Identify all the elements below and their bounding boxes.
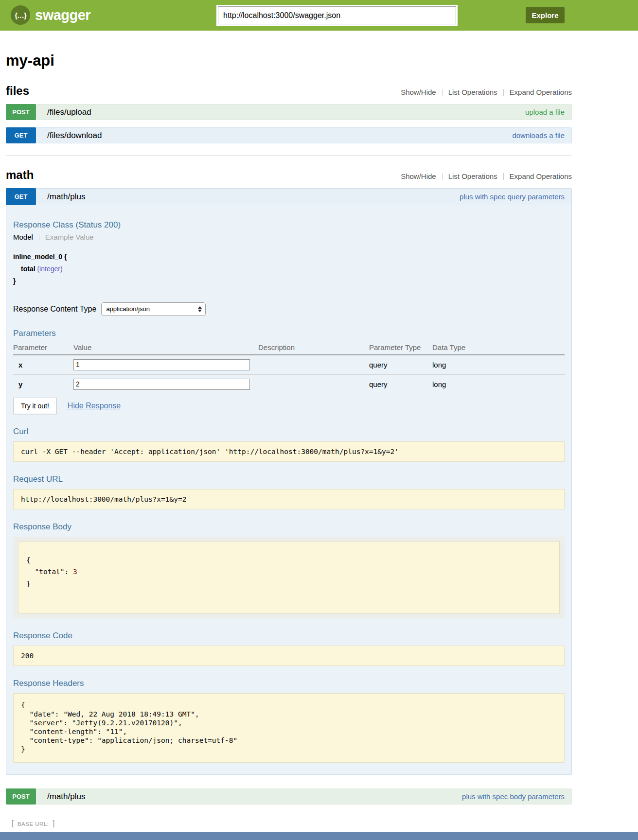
response-body-heading: Response Body	[13, 522, 565, 532]
operation-path[interactable]: /files/upload	[47, 105, 91, 120]
parameter-data-type: long	[432, 357, 565, 373]
select-arrows-icon	[198, 306, 202, 312]
col-description: Description	[258, 340, 369, 354]
parameters-heading: Parameters	[13, 329, 565, 338]
operation-path[interactable]: /math/plus	[47, 189, 85, 205]
col-parameter: Parameter	[13, 340, 73, 354]
model-close-line: }	[13, 275, 565, 287]
parameter-row-y: y query long	[13, 375, 565, 394]
operation-row-post-files-upload[interactable]: POST /files/upload upload a file	[6, 104, 572, 120]
parameter-description	[258, 361, 369, 368]
operation-path[interactable]: /files/download	[47, 128, 102, 143]
request-url-block: http://localhost:3000/math/plus?x=1&y=2	[13, 489, 565, 509]
math-section-title[interactable]: math	[6, 168, 34, 182]
response-body-block: { "total": 3 }	[18, 542, 560, 614]
model-signature: inline_model_0 { total (integer) }	[13, 251, 565, 288]
parameter-name: x	[13, 357, 73, 373]
parameter-name: y	[13, 376, 73, 392]
model-tabs: Model Example Value	[13, 233, 565, 241]
hide-response-link[interactable]: Hide Response	[68, 402, 121, 410]
close-bracket: ]	[53, 819, 54, 827]
tab-model[interactable]: Model	[13, 233, 33, 241]
response-body-prefix: { "total":	[26, 556, 73, 576]
col-value: Value	[73, 340, 258, 354]
curl-heading: Curl	[13, 427, 565, 437]
parameter-data-type: long	[432, 376, 565, 392]
parameters-table-header: Parameter Value Description Parameter Ty…	[13, 340, 565, 355]
parameters-table: Parameter Value Description Parameter Ty…	[13, 340, 565, 394]
post-method-badge: POST	[6, 788, 36, 805]
list-operations-link[interactable]: List Operations	[448, 88, 497, 96]
actions-row: Try it out! Hide Response	[13, 398, 565, 414]
try-it-out-button[interactable]: Try it out!	[13, 398, 57, 414]
swagger-logo-icon: {…}	[11, 5, 30, 25]
base-url-footer: [ BASE URL: ]	[12, 819, 572, 828]
brand-title: swagger	[35, 7, 90, 23]
math-section-controls: Show/Hide List Operations Expand Operati…	[401, 172, 572, 180]
operation-row-get-files-download[interactable]: GET /files/download downloads a file	[6, 127, 572, 143]
explore-button[interactable]: Explore	[526, 7, 565, 23]
response-content-type-select[interactable]: application/json	[101, 302, 206, 316]
swagger-brand[interactable]: {…} swagger	[11, 5, 90, 25]
response-content-type-label: Response Content Type	[13, 305, 96, 314]
response-body-value: 3	[73, 568, 77, 576]
model-open-line: inline_model_0 {	[13, 251, 565, 263]
response-code-block: 200	[13, 646, 565, 666]
separator	[503, 173, 504, 180]
base-url-label: BASE URL:	[18, 821, 49, 827]
response-headers-heading: Response Headers	[13, 679, 565, 688]
response-class-heading: Response Class (Status 200)	[13, 220, 565, 230]
expand-operations-link[interactable]: Expand Operations	[510, 172, 572, 180]
files-section-header: files Show/Hide List Operations Expand O…	[6, 84, 572, 98]
response-headers-block: { "date": "Wed, 22 Aug 2018 18:49:13 GMT…	[13, 693, 565, 763]
post-method-badge: POST	[6, 104, 36, 120]
operation-summary-link[interactable]: plus with spec query parameters	[460, 189, 565, 205]
operation-row-get-math-plus[interactable]: GET /math/plus plus with spec query para…	[6, 189, 571, 205]
app-header: {…} swagger Explore	[0, 0, 638, 31]
selected-content-type: application/json	[106, 305, 150, 313]
separator	[39, 234, 39, 241]
show-hide-link[interactable]: Show/Hide	[401, 172, 436, 180]
col-data-type: Data Type	[432, 340, 565, 354]
parameter-x-input[interactable]	[73, 359, 250, 370]
math-section-header: math Show/Hide List Operations Expand Op…	[6, 168, 572, 182]
operation-summary-link[interactable]: plus with spec body parameters	[462, 789, 565, 804]
operation-path[interactable]: /math/plus	[47, 789, 85, 804]
expand-operations-link[interactable]: Expand Operations	[510, 88, 572, 96]
parameter-row-x: x query long	[13, 355, 565, 375]
tab-example-value[interactable]: Example Value	[45, 233, 94, 241]
curl-command-block: curl -X GET --header 'Accept: applicatio…	[13, 441, 565, 462]
response-body-container: { "total": 3 }	[13, 537, 565, 619]
separator	[442, 89, 443, 96]
main-content: my-api files Show/Hide List Operations E…	[6, 31, 572, 828]
operation-summary-link[interactable]: upload a file	[525, 105, 565, 120]
section-divider	[6, 155, 572, 156]
open-bracket: [	[12, 819, 14, 827]
files-section-controls: Show/Hide List Operations Expand Operati…	[401, 88, 572, 96]
separator	[503, 89, 504, 96]
model-property-name: total	[21, 265, 35, 273]
operation-expanded-get-math-plus: GET /math/plus plus with spec query para…	[6, 188, 572, 775]
spec-url-input[interactable]	[218, 6, 456, 24]
get-method-badge: GET	[6, 188, 36, 205]
parameter-type: query	[369, 357, 432, 373]
operation-row-post-math-plus[interactable]: POST /math/plus plus with spec body para…	[6, 788, 572, 805]
operation-detail-panel: Response Class (Status 200) Model Exampl…	[6, 205, 571, 774]
files-section-title[interactable]: files	[6, 84, 29, 98]
show-hide-link[interactable]: Show/Hide	[401, 88, 436, 96]
response-body-suffix: }	[26, 580, 31, 588]
get-method-badge: GET	[6, 127, 36, 143]
list-operations-link[interactable]: List Operations	[448, 172, 497, 180]
parameter-type: query	[369, 376, 432, 392]
model-property-type: (integer)	[37, 265, 62, 273]
operation-summary-link[interactable]: downloads a file	[512, 128, 565, 143]
model-property: total (integer)	[13, 263, 565, 275]
parameter-y-input[interactable]	[73, 379, 250, 390]
separator	[442, 173, 443, 180]
bottom-status-bar	[0, 832, 638, 840]
request-url-heading: Request URL	[13, 474, 565, 484]
parameter-description	[258, 380, 369, 388]
api-title: my-api	[6, 52, 572, 70]
col-parameter-type: Parameter Type	[369, 340, 432, 354]
response-code-heading: Response Code	[13, 631, 565, 641]
